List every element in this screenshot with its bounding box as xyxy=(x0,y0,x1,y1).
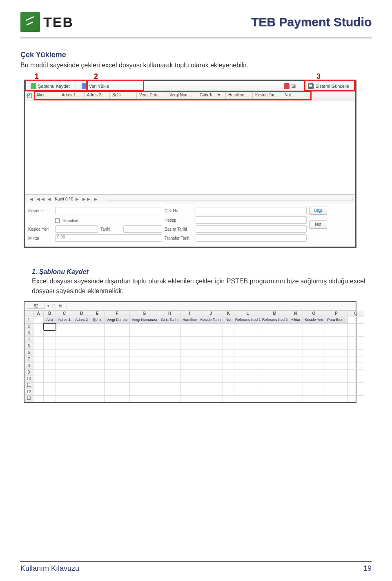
excel-cell[interactable] xyxy=(73,383,90,389)
excel-cell[interactable] xyxy=(288,370,303,376)
excel-row-11[interactable]: 11 xyxy=(24,383,33,389)
excel-cell[interactable] xyxy=(90,324,105,330)
excel-cell[interactable] xyxy=(288,350,303,356)
excel-cell[interactable] xyxy=(33,337,44,343)
excel-cell[interactable] xyxy=(90,356,105,363)
excel-cell[interactable] xyxy=(223,356,234,363)
input-hesap[interactable] xyxy=(196,216,307,224)
excel-cell[interactable] xyxy=(288,356,303,363)
col-vergi-dairesi[interactable]: Vergi Dair... xyxy=(137,91,167,100)
excel-cell[interactable] xyxy=(234,363,261,370)
excel-cell[interactable] xyxy=(44,396,56,402)
excel-cell[interactable] xyxy=(180,363,199,370)
excel-cell[interactable] xyxy=(130,330,159,337)
excel-cell[interactable] xyxy=(199,350,223,356)
excel-cell[interactable] xyxy=(199,330,223,337)
excel-col-J[interactable]: J xyxy=(199,311,223,317)
select-all-checkbox[interactable] xyxy=(27,93,32,98)
excel-row-8[interactable]: 8 xyxy=(24,363,33,370)
excel-cell[interactable] xyxy=(348,356,364,363)
excel-cell[interactable] xyxy=(348,383,364,389)
excel-header-cell[interactable]: Referans Kod 1 xyxy=(234,317,261,324)
excel-cell[interactable] xyxy=(44,383,56,389)
excel-cell[interactable] xyxy=(348,343,364,350)
excel-cell[interactable] xyxy=(348,337,364,343)
excel-cell[interactable] xyxy=(130,337,159,343)
excel-cell[interactable] xyxy=(33,363,44,370)
excel-header-cell[interactable]: Giris Tarihi xyxy=(159,317,180,324)
excel-row-7[interactable]: 7 xyxy=(24,356,33,363)
input-tarihi[interactable] xyxy=(123,225,162,233)
excel-cell[interactable] xyxy=(105,343,130,350)
excel-cell[interactable] xyxy=(159,350,180,356)
excel-cell[interactable] xyxy=(223,324,234,330)
input-kesideci[interactable] xyxy=(55,207,162,214)
excel-cell[interactable] xyxy=(44,343,56,350)
excel-cell[interactable] xyxy=(348,370,364,376)
excel-cell[interactable] xyxy=(90,383,105,389)
excel-cell[interactable] xyxy=(234,376,261,383)
excel-cell[interactable] xyxy=(261,324,288,330)
excel-cell[interactable] xyxy=(73,337,90,343)
excel-cell[interactable] xyxy=(288,324,303,330)
excel-cell[interactable] xyxy=(325,376,348,383)
excel-cell[interactable] xyxy=(130,356,159,363)
excel-cell[interactable] xyxy=(44,324,56,330)
excel-cell[interactable] xyxy=(105,370,130,376)
excel-cell[interactable] xyxy=(303,396,325,402)
excel-cell[interactable] xyxy=(105,363,130,370)
col-hamiline[interactable]: Hamiline xyxy=(226,91,253,100)
excel-cell[interactable] xyxy=(130,363,159,370)
excel-cell[interactable] xyxy=(261,376,288,383)
btn-veri-yukle[interactable]: Veri Yükle xyxy=(76,81,115,91)
excel-cell[interactable] xyxy=(223,337,234,343)
excel-formula-input[interactable] xyxy=(66,303,353,309)
excel-col-N[interactable]: N xyxy=(288,311,303,317)
excel-header-cell[interactable]: Adres 2 xyxy=(73,317,90,324)
excel-cell[interactable] xyxy=(199,337,223,343)
excel-header-cell[interactable]: Adres 1 xyxy=(56,317,73,324)
excel-col-H[interactable]: H xyxy=(159,311,180,317)
excel-cell[interactable] xyxy=(44,363,56,370)
excel-header-cell[interactable]: Vergi Numarası xyxy=(130,317,159,324)
excel-cell[interactable] xyxy=(325,350,348,356)
excel-cell[interactable] xyxy=(56,330,73,337)
excel-cell[interactable] xyxy=(90,389,105,396)
col-keside-tarihi[interactable]: Keside Tar... xyxy=(253,91,282,100)
input-basim[interactable] xyxy=(196,225,307,233)
excel-row-6[interactable]: 6 xyxy=(24,350,33,356)
excel-cell[interactable] xyxy=(56,370,73,376)
excel-name-box[interactable]: B2 xyxy=(27,303,45,309)
excel-cell[interactable] xyxy=(56,356,73,363)
scrollbar-horizontal[interactable] xyxy=(106,197,353,201)
excel-cell[interactable] xyxy=(90,350,105,356)
excel-header-cell[interactable]: Alici xyxy=(44,317,56,324)
excel-cell[interactable] xyxy=(33,376,44,383)
excel-cell[interactable] xyxy=(130,396,159,402)
excel-cell[interactable] xyxy=(159,356,180,363)
excel-cell[interactable] xyxy=(130,350,159,356)
excel-cell[interactable] xyxy=(303,324,325,330)
excel-cell[interactable] xyxy=(199,343,223,350)
excel-cell[interactable] xyxy=(180,324,199,330)
excel-cell[interactable] xyxy=(130,370,159,376)
excel-cell[interactable] xyxy=(159,376,180,383)
excel-cell[interactable] xyxy=(130,389,159,396)
excel-cell[interactable] xyxy=(288,396,303,402)
excel-cell[interactable] xyxy=(325,383,348,389)
excel-cell[interactable] xyxy=(105,396,130,402)
excel-cell[interactable] xyxy=(288,330,303,337)
excel-cell[interactable] xyxy=(261,396,288,402)
excel-cell[interactable] xyxy=(73,389,90,396)
excel-col-F[interactable]: F xyxy=(105,311,130,317)
excel-cell[interactable] xyxy=(73,330,90,337)
excel-cell[interactable] xyxy=(90,376,105,383)
excel-cell[interactable] xyxy=(159,343,180,350)
excel-row-4[interactable]: 4 xyxy=(24,337,33,343)
excel-cell[interactable] xyxy=(234,396,261,402)
btn-sablonu-kaydet[interactable]: Şablonu Kaydet xyxy=(25,81,76,91)
excel-cell[interactable] xyxy=(223,376,234,383)
excel-cell[interactable] xyxy=(199,356,223,363)
excel-cell[interactable] xyxy=(325,343,348,350)
excel-cell[interactable] xyxy=(234,356,261,363)
